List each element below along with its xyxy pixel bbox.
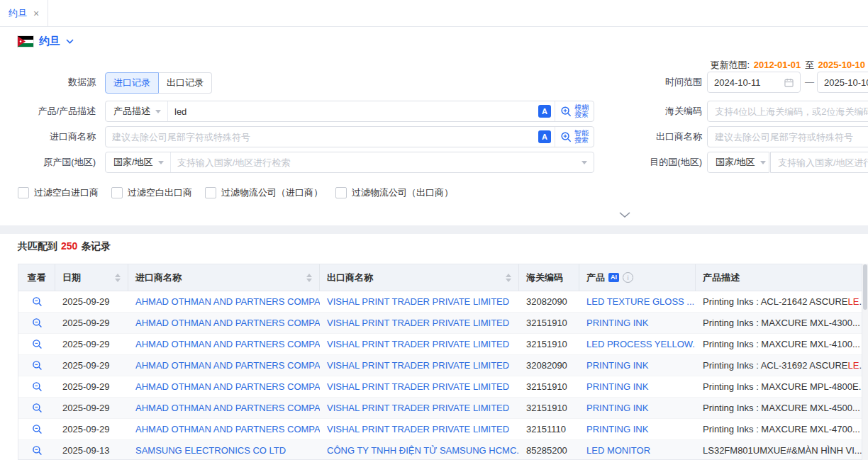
row-product[interactable]: PRINTING INK <box>579 376 696 397</box>
row-view-cell <box>18 334 55 354</box>
row-date: 2025-09-29 <box>55 355 128 376</box>
col-product: 产品 AI i <box>579 264 696 291</box>
row-importer[interactable]: AHMAD OTHMAN AND PARTNERS COMPA... <box>128 313 320 333</box>
view-magnifier-icon[interactable] <box>32 403 43 413</box>
row-importer[interactable]: SAMSUNG ELECTRONICS CO LTD <box>128 440 320 460</box>
col-exporter[interactable]: 出口商名称 <box>320 264 519 291</box>
fuzzy-search-button[interactable]: 模糊 搜索 <box>555 101 594 121</box>
exporter-name-input[interactable] <box>707 126 868 147</box>
row-product[interactable]: LED PROCESS YELLOW... <box>579 334 696 354</box>
row-date: 2025-09-29 <box>55 313 128 333</box>
destination-country-input[interactable] <box>770 152 868 173</box>
col-hs-code: 海关编码 <box>519 264 579 291</box>
checkbox-label: 过滤物流公司（出口商） <box>352 186 453 199</box>
sort-icons[interactable] <box>109 274 121 282</box>
col-date[interactable]: 日期 <box>55 264 128 291</box>
view-magnifier-icon[interactable] <box>32 339 43 349</box>
end-date-input[interactable]: 2025-10-10 <box>817 72 868 93</box>
checkbox[interactable] <box>111 187 123 198</box>
checkbox[interactable] <box>205 187 216 198</box>
tab-close-icon[interactable]: × <box>33 9 39 18</box>
row-importer[interactable]: AHMAD OTHMAN AND PARTNERS COMPA... <box>128 355 320 376</box>
info-icon[interactable]: i <box>623 272 633 283</box>
col-importer[interactable]: 进口商名称 <box>128 264 320 291</box>
hs-code-input[interactable] <box>707 101 868 122</box>
row-description: Printing Inks : ACL-21642 ASCURE LE... <box>696 291 862 312</box>
view-magnifier-icon[interactable] <box>32 424 43 434</box>
origin-country-input[interactable] <box>171 153 582 172</box>
destination-country-select[interactable]: 国家/地区 <box>707 152 769 173</box>
row-exporter[interactable]: VISHAL PRINT TRADER PRIVATE LIMITED <box>320 376 519 397</box>
search-zoom-icon <box>560 106 572 118</box>
row-product[interactable]: LED MONITOR <box>579 440 696 460</box>
sort-icons[interactable] <box>301 274 312 282</box>
view-magnifier-icon[interactable] <box>32 296 43 307</box>
row-importer[interactable]: AHMAD OTHMAN AND PARTNERS COMPA... <box>128 398 320 418</box>
row-view-cell <box>18 440 55 460</box>
chevron-down-icon <box>582 161 587 167</box>
row-exporter[interactable]: VISHAL PRINT TRADER PRIVATE LIMITED <box>320 355 519 376</box>
row-view-cell <box>18 419 55 439</box>
chevron-down-icon <box>760 161 766 167</box>
fuzzy-search-label: 模糊 搜索 <box>574 104 589 118</box>
row-importer[interactable]: AHMAD OTHMAN AND PARTNERS COMPA... <box>128 334 320 354</box>
row-exporter[interactable]: CÔNG TY TNHH ĐIỆN TỬ SAMSUNG HCMC... <box>320 440 519 460</box>
scrollbar-thumb[interactable] <box>863 264 867 310</box>
row-product[interactable]: LED TEXTURE GLOSS ... <box>579 291 696 312</box>
tab-jordan[interactable]: 约旦 × <box>0 0 48 26</box>
summary-prefix: 共匹配到 <box>18 240 57 252</box>
checkbox[interactable] <box>335 187 347 198</box>
col-view: 查看 <box>18 264 55 291</box>
origin-country-select[interactable]: 国家/地区 <box>106 152 171 172</box>
view-magnifier-icon[interactable] <box>32 445 43 456</box>
origin-country-select-value: 国家/地区 <box>113 156 153 169</box>
chevron-down-icon <box>158 161 164 167</box>
table-row: 2025-09-13 SAMSUNG ELECTRONICS CO LTD CÔ… <box>18 440 862 460</box>
row-description: Printing Inks : MAXCURE MXL-4100... <box>696 334 862 354</box>
exporter-label: 出口商名称 <box>596 126 702 147</box>
row-importer[interactable]: AHMAD OTHMAN AND PARTNERS COMPA... <box>128 291 320 312</box>
row-exporter[interactable]: VISHAL PRINT TRADER PRIVATE LIMITED <box>320 291 519 312</box>
smart-search-button[interactable]: 智能 搜索 <box>555 127 594 147</box>
row-product[interactable]: PRINTING INK <box>579 355 696 376</box>
row-importer[interactable]: AHMAD OTHMAN AND PARTNERS COMPA... <box>128 419 320 439</box>
row-view-cell <box>18 355 55 376</box>
product-field-select[interactable]: 产品描述 <box>106 101 168 121</box>
origin-country-label: 原产国(地区) <box>0 152 96 173</box>
product-search-input[interactable] <box>168 102 535 120</box>
end-date-value: 2025-10-10 <box>824 77 868 88</box>
country-selector[interactable]: 约旦 <box>18 35 74 48</box>
destination-country-select-inner[interactable]: 国家/地区 <box>708 152 772 172</box>
export-records-button[interactable]: 出口记录 <box>159 72 212 94</box>
checkbox-label: 过滤空白出口商 <box>128 186 192 199</box>
filter-checkbox-row: 过滤空白进口商 过滤空白出口商 过滤物流公司（进口商） 过滤物流公司（出口商） <box>18 186 453 199</box>
translate-icon[interactable]: A <box>538 105 551 118</box>
row-product[interactable]: PRINTING INK <box>579 398 696 418</box>
row-product[interactable]: PRINTING INK <box>579 419 696 439</box>
view-magnifier-icon[interactable] <box>32 360 43 371</box>
row-exporter[interactable]: VISHAL PRINT TRADER PRIVATE LIMITED <box>320 419 519 439</box>
row-hs-code: 32151910 <box>519 334 579 354</box>
importer-search-group: A 智能 搜索 <box>105 126 594 147</box>
view-magnifier-icon[interactable] <box>32 318 43 328</box>
checkbox[interactable] <box>18 187 29 198</box>
view-magnifier-icon[interactable] <box>32 381 43 392</box>
datasource-label: 数据源 <box>0 72 96 93</box>
search-zoom-icon <box>560 131 572 143</box>
translate-icon[interactable]: A <box>538 130 551 143</box>
datasource-toggle: 进口记录 出口记录 <box>105 72 212 94</box>
row-hs-code: 32151110 <box>519 419 579 439</box>
importer-search-input[interactable] <box>106 128 535 146</box>
sort-icons[interactable] <box>500 274 511 282</box>
results-summary: 共匹配到250条记录 <box>18 240 111 253</box>
import-records-button[interactable]: 进口记录 <box>105 72 159 94</box>
update-range-start: 2012-01-01 <box>754 60 801 70</box>
collapse-filter-button[interactable] <box>608 208 641 221</box>
row-exporter[interactable]: VISHAL PRINT TRADER PRIVATE LIMITED <box>320 334 519 354</box>
row-importer[interactable]: AHMAD OTHMAN AND PARTNERS COMPA... <box>128 376 320 397</box>
start-date-input[interactable]: 2024-10-11 <box>707 72 801 93</box>
row-product[interactable]: PRINTING INK <box>579 313 696 333</box>
destination-country-label: 目的国(地区) <box>596 152 702 173</box>
row-exporter[interactable]: VISHAL PRINT TRADER PRIVATE LIMITED <box>320 313 519 333</box>
row-exporter[interactable]: VISHAL PRINT TRADER PRIVATE LIMITED <box>320 398 519 418</box>
